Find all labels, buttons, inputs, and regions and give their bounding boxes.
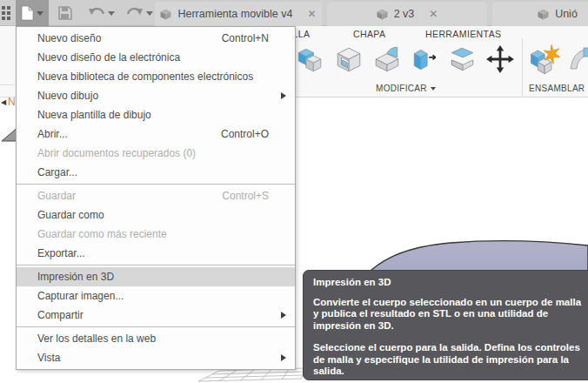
menu-item-abrir[interactable]: Abrir... Control+O [17,124,295,144]
submenu-arrow-icon [274,169,286,176]
menu-item-exportar[interactable]: Exportar... [17,244,295,263]
submenu-arrow-icon [274,273,286,280]
submenu-arrow-icon [274,35,286,42]
menu-item-cargar[interactable]: Cargar... [17,163,295,182]
submenu-arrow-icon [274,192,286,199]
submenu-arrow-icon [274,292,286,299]
menu-item-vista[interactable]: Vista [17,348,295,367]
document-tab-2v3[interactable]: 2 v3 ✕ [327,2,487,26]
menu-item-guardar-como-mas-reciente[interactable]: Guardar como más reciente [17,225,295,244]
shell-icon[interactable] [332,40,365,78]
menu-item-nueva-plantilla-de-dibujo[interactable]: Nueva plantilla de dibujo [17,105,295,124]
document-tab-label: 2 v3 [394,8,415,20]
menu-item-nuevo-diseno[interactable]: Nuevo diseño Control+N [17,29,295,48]
menu-item-impresion-en-3d[interactable]: Impresión en 3D [17,267,295,286]
document-tab-label: Unió [555,8,578,20]
menu-item-ver-los-detalles-en-la-web[interactable]: Ver los detalles en la web [17,329,295,348]
menu-item-abrir-documentos-recuperados-0[interactable]: Abrir documentos recuperados (0) [17,144,295,163]
menu-separator [17,326,295,327]
file-menu: Nuevo diseño Control+N Nuevo diseño de l… [16,26,296,370]
group-label-ensamblar[interactable]: ENSAMBLAR [529,84,585,93]
move-icon[interactable] [484,40,517,78]
browser-panel-label: N [8,96,16,108]
menu-item-guardar[interactable]: Guardar Control+S [17,186,295,205]
menu-item-nueva-biblioteca-de-componentes-electronicos[interactable]: Nueva biblioteca de componentes electrón… [17,67,295,86]
close-icon[interactable]: ✕ [307,8,316,20]
menu-item-label: Cargar... [37,166,269,178]
split-body-icon[interactable] [409,40,442,78]
menu-item-nuevo-diseno-de-la-electronica[interactable]: Nuevo diseño de la electrónica [17,48,295,67]
ribbon-tab-chapa[interactable]: CHAPA [353,29,385,39]
left-panel-divider [0,84,15,85]
submenu-arrow-icon [274,111,286,118]
browser-collapse-icon[interactable]: ◀ [1,98,6,106]
menu-item-label: Vista [37,352,269,364]
menu-item-label: Nuevo diseño [37,32,222,44]
menu-item-label: Compartir [37,309,269,321]
submenu-arrow-icon [274,250,286,257]
redo-icon [126,6,144,20]
redo-caret-icon[interactable] [146,11,153,16]
menu-item-label: Ver los detalles en la web [37,333,269,345]
submenu-arrow-icon [274,92,286,99]
file-icon [21,5,34,21]
document-cube-icon [538,9,549,20]
app-grid-icon[interactable] [0,6,12,20]
tooltip-title: Impresión en 3D [313,277,587,289]
ribbon-tab-herramientas[interactable]: HERRAMIENTAS [425,29,501,39]
command-tooltip: Impresión en 3D Convierte el cuerpo sele… [303,270,588,380]
ribbon-group-separator [522,38,523,106]
new-component-icon[interactable] [527,40,560,78]
menu-item-nuevo-dibujo[interactable]: Nuevo dibujo [17,86,295,105]
menu-item-label: Nueva plantilla de dibujo [37,109,269,121]
submenu-arrow-icon [274,312,286,319]
joint-icon[interactable] [567,40,588,78]
undo-caret-icon[interactable] [108,11,115,16]
dropdown-caret-icon [37,11,43,16]
tooltip-paragraph: Convierte el cuerpo seleccionado en un c… [313,297,583,333]
menu-item-label: Exportar... [37,247,269,259]
undo-button[interactable] [84,0,118,26]
save-icon [57,5,73,21]
combine-icon[interactable] [292,40,325,78]
submenu-arrow-icon [274,131,286,138]
document-cube-icon [160,9,171,20]
close-icon[interactable]: ✕ [429,8,438,20]
submenu-arrow-icon [274,354,286,361]
document-tab-label: Herramienta movible v4 [177,8,292,20]
group-label-modificar[interactable]: MODIFICAR [376,84,436,93]
document-tab-union[interactable]: Unió [492,2,588,26]
split-face-icon[interactable] [445,40,478,78]
save-button[interactable] [52,0,78,26]
submenu-arrow-icon [274,231,286,238]
document-cube-icon [377,9,388,20]
menu-item-compartir[interactable]: Compartir [17,306,295,325]
draft-icon[interactable] [371,40,404,78]
menu-separator [17,265,295,265]
menu-item-label: Capturar imagen... [37,290,269,302]
menu-item-label: Abrir documentos recuperados (0) [37,147,269,159]
submenu-arrow-icon [274,212,286,218]
menu-item-label: Nueva biblioteca de componentes electrón… [37,71,269,83]
redo-button[interactable] [122,0,157,26]
menu-item-guardar-como[interactable]: Guardar como [17,205,295,225]
document-tab-herramienta-movible[interactable]: Herramienta movible v4 ✕ [155,2,322,26]
group-caret-icon [431,87,436,91]
menu-item-label: Abrir... [37,128,221,140]
menu-item-capturar-imagen[interactable]: Capturar imagen... [17,286,295,306]
file-menu-button[interactable] [16,0,49,26]
submenu-arrow-icon [274,73,286,80]
menu-separator [17,184,295,185]
menu-item-label: Impresión en 3D [37,271,269,283]
menu-item-shortcut: Control+S [222,190,269,202]
quick-access-toolbar: Herramienta movible v4 ✕ 2 v3 ✕ Unió [0,0,588,26]
menu-item-label: Nuevo dibujo [37,90,269,102]
menu-item-label: Guardar como [37,209,269,221]
submenu-arrow-icon [274,54,286,61]
undo-icon [88,6,105,20]
menu-item-shortcut: Control+N [222,32,269,44]
submenu-arrow-icon [274,335,286,342]
submenu-arrow-icon [274,150,286,157]
tooltip-paragraph: Seleccione el cuerpo para la salida. Def… [313,342,583,378]
menu-item-shortcut: Control+O [221,128,269,140]
